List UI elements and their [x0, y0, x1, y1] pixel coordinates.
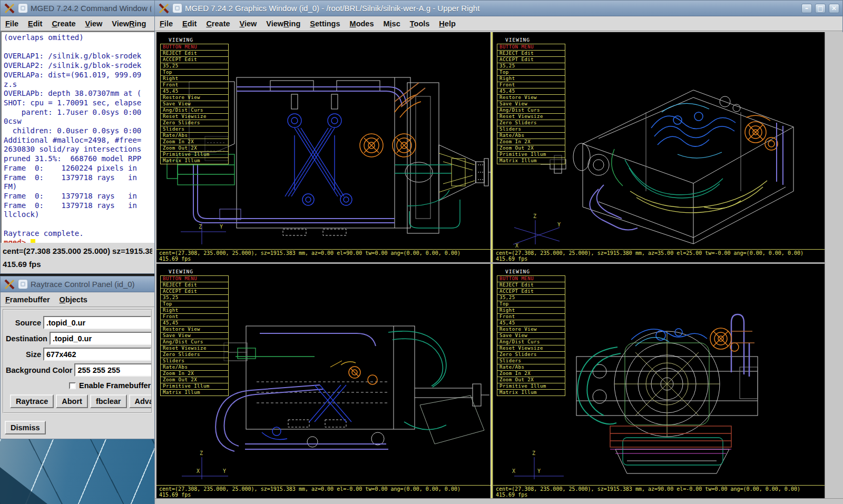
- window-menu-button[interactable]: [18, 279, 28, 289]
- viewport-lower-left[interactable]: VIEWING BUTTON MENUREJECT EditACCEPT Edi…: [156, 264, 491, 498]
- destination-input[interactable]: [50, 332, 152, 345]
- menu-item[interactable]: Edit: [178, 19, 201, 28]
- menu-item[interactable]: Edit: [23, 19, 47, 28]
- viewport-fps-line: 415.69 fps: [159, 256, 489, 262]
- viewing-menu: VIEWING BUTTON MENUREJECT EditACCEPT Edi…: [160, 269, 229, 396]
- menu-item[interactable]: ViewRing: [261, 19, 305, 28]
- terminal-line: (overlaps omitted): [4, 33, 154, 43]
- svg-text:Z: Z: [199, 224, 202, 230]
- svg-text:Y: Y: [223, 468, 226, 474]
- graphics-window: MGED 7.24.2 Graphics Window (id_0) - /ro…: [154, 0, 843, 504]
- raytrace-panel-titlebar[interactable]: Raytrace Control Panel (id_0): [1, 276, 154, 292]
- menu-item[interactable]: File: [1, 19, 23, 28]
- close-button[interactable]: ✕: [829, 4, 839, 13]
- svg-text:Y: Y: [557, 222, 561, 228]
- viewport-statusbar: cent=(27.308, 235.000, 25.000), sz=1915.…: [493, 249, 825, 262]
- terminal-line: Frame 0: 1379718 rays in: [4, 201, 154, 211]
- destination-label: Destination: [6, 334, 50, 343]
- view-axes-top: Z Y: [175, 220, 233, 246]
- terminal-output[interactable]: (overlaps omitted)OVERLAP1: /silnik.g/bl…: [1, 31, 154, 243]
- viewport-statusbar: cent=(27.308, 235.000, 25.000), sz=1915.…: [156, 485, 491, 498]
- terminal-line: pruned 31.5%: 668760 model RPP: [4, 154, 154, 164]
- terminal-line: OVERLAP2: /silnik.g/blok-srodek: [4, 61, 154, 71]
- advanced-button[interactable]: Advanced: [129, 394, 153, 408]
- viewport-lower-right[interactable]: VIEWING BUTTON MENUREJECT EditACCEPT Edi…: [493, 264, 825, 498]
- menu-item[interactable]: View: [235, 19, 262, 28]
- view-center-status: cent=(27.308 235.000 25.000) sz=1915.380: [3, 244, 152, 258]
- terminal-line: z.s: [4, 80, 154, 90]
- menu-item[interactable]: File: [155, 19, 178, 28]
- background-color-label: Background Color: [6, 366, 74, 374]
- menu-item[interactable]: View: [81, 19, 107, 28]
- dismiss-button[interactable]: Dismiss: [5, 421, 46, 434]
- window-menu-button[interactable]: [172, 3, 182, 13]
- terminal-line: Raytrace complete.: [4, 229, 154, 239]
- viewport-fps-line: 415.69 fps: [159, 492, 489, 498]
- graphics-content-area: VIEWING BUTTON MENUREJECT EditACCEPT Edi…: [156, 32, 825, 498]
- viewport-upper-right[interactable]: VIEWING BUTTON MENUREJECT EditACCEPT Edi…: [493, 32, 825, 262]
- source-input[interactable]: [43, 316, 151, 329]
- raytrace-button[interactable]: Raytrace: [10, 394, 54, 408]
- terminal-line: SHOT: cpu = 1.70091 sec, elapse: [4, 98, 154, 108]
- size-input[interactable]: [43, 348, 151, 361]
- background-color-input[interactable]: [74, 363, 152, 377]
- viewing-menu-item[interactable]: Matrix Illum: [160, 389, 229, 396]
- viewing-menu-item[interactable]: Matrix Illum: [160, 157, 229, 164]
- viewport-statusbar: cent=(27.308, 235.000, 25.000), sz=1915.…: [156, 249, 491, 262]
- terminal-line: 0csw: [4, 117, 154, 126]
- menu-item[interactable]: ViewRing: [107, 19, 151, 28]
- viewing-menu: VIEWING BUTTON MENUREJECT EditACCEPT Edi…: [160, 37, 229, 164]
- viewing-menu-header: VIEWING: [497, 37, 565, 44]
- viewing-menu-item[interactable]: Matrix Illum: [497, 157, 565, 164]
- terminal-line: llclock): [4, 210, 154, 220]
- view-axes-rear: Z X Y: [509, 449, 567, 482]
- svg-text:Y: Y: [537, 468, 541, 474]
- command-window-titlebar[interactable]: MGED 7.24.2 Command Window (id: [1, 1, 154, 16]
- fps-status: 415.69 fps: [3, 258, 152, 271]
- menu-item[interactable]: Tools: [405, 19, 435, 28]
- maximize-button[interactable]: □: [815, 4, 826, 13]
- view-axes-iso: Z Y X: [509, 212, 567, 249]
- viewing-menu: VIEWING BUTTON MENUREJECT EditACCEPT Edi…: [497, 269, 565, 396]
- menu-item[interactable]: Settings: [305, 19, 345, 28]
- terminal-line: OVERLAPa: dist=(961.019, 999.09: [4, 71, 154, 80]
- graphics-window-right-border: [825, 32, 843, 498]
- graphics-window-titlebar[interactable]: MGED 7.24.2 Graphics Window (id_0) - /ro…: [155, 1, 842, 16]
- text-cursor: [31, 239, 35, 243]
- minimize-button[interactable]: –: [801, 4, 812, 13]
- viewing-menu-header: VIEWING: [160, 269, 229, 276]
- view-axes-front: Z X Y: [175, 449, 233, 482]
- menu-item[interactable]: Framebuffer: [1, 295, 55, 304]
- viewport-status-line: cent=(27.308, 235.000, 25.000), sz=1915.…: [496, 250, 823, 256]
- fbclear-button[interactable]: fbclear: [90, 394, 127, 408]
- menu-item[interactable]: Objects: [55, 295, 92, 304]
- menu-item[interactable]: Create: [47, 19, 80, 28]
- menu-item[interactable]: Create: [201, 19, 234, 28]
- viewport-status-line: cent=(27.308, 235.000, 25.000), sz=1915.…: [496, 486, 823, 492]
- enable-framebuffer-label: Enable Framebuffer: [79, 381, 151, 390]
- terminal-line: [4, 220, 154, 229]
- viewing-menu-header: VIEWING: [497, 269, 565, 276]
- viewport-upper-left[interactable]: VIEWING BUTTON MENUREJECT EditACCEPT Edi…: [156, 32, 491, 262]
- raytrace-form: Source Destination Size Background Color…: [3, 309, 152, 413]
- terminal-line: Frame 0: 1379718 rays in: [4, 173, 154, 183]
- terminal-line: 2630830 solid/ray intersections: [4, 145, 154, 154]
- terminal-line: [4, 43, 154, 52]
- menu-item[interactable]: Help: [434, 19, 460, 28]
- viewing-menu-item[interactable]: Matrix Illum: [497, 389, 565, 396]
- graphics-window-menubar: FileEditCreateViewViewRingSettingsModesM…: [155, 16, 842, 31]
- svg-text:Z: Z: [532, 450, 535, 456]
- viewport-fps-line: 415.69 fps: [496, 492, 823, 498]
- mged-logo-icon: [158, 3, 170, 14]
- enable-framebuffer-checkbox[interactable]: [69, 382, 76, 389]
- menu-item[interactable]: Misc: [378, 19, 405, 28]
- viewport-fps-line: 415.69 fps: [496, 256, 823, 262]
- terminal-line: OVERLAPb: depth 38.07307mm at (: [4, 89, 154, 98]
- menu-item[interactable]: Modes: [345, 19, 379, 28]
- menu-item[interactable]: Settings: [151, 19, 154, 28]
- abort-button[interactable]: Abort: [56, 394, 88, 408]
- command-window: MGED 7.24.2 Command Window (id FileEditC…: [0, 0, 155, 274]
- svg-text:Z: Z: [200, 450, 203, 456]
- window-menu-button[interactable]: [18, 3, 28, 13]
- desktop-wallpaper: [0, 439, 154, 504]
